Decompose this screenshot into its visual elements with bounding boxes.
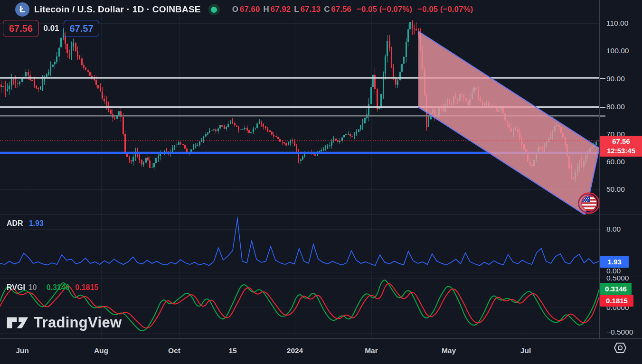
axis-tick-label: 60.00 [606, 157, 625, 167]
time-tick-label: Oct [168, 346, 180, 355]
ohlc-value: 67.60 [240, 5, 260, 14]
spread-value: 0.01 [39, 24, 64, 33]
tradingview-chart-app: Ł Litecoin / U.S. Dollar · 1D · COINBASE… [0, 0, 642, 364]
axis-tick-label: 110.00 [606, 19, 628, 28]
ohlc-readout: O67.60H67.92L67.13C67.56−0.05 (−0.07%)−0… [232, 5, 473, 14]
ohlc-letter: H [263, 5, 269, 14]
axis-tick-label: 90.00 [606, 74, 625, 84]
adr-axis-label: 1.93 [600, 256, 629, 268]
rvgi-signal-axis-label: 0.1815 [600, 295, 633, 307]
litecoin-glyph: Ł [19, 4, 25, 15]
rvgi-indicator-param: 10 [28, 283, 37, 292]
rvgi-indicator-header[interactable]: RVGI 10 0.3146 0.1815 [7, 283, 99, 292]
market-status-icon[interactable] [208, 4, 220, 15]
rvgi-signal-value: 0.1815 [76, 283, 99, 292]
tradingview-watermark[interactable]: TradingView [7, 314, 122, 331]
tradingview-watermark-text: TradingView [34, 314, 122, 331]
axis-tick-label: 0.5000 [606, 273, 629, 283]
pane-separator [600, 215, 642, 215]
axis-tick-label: 100.00 [606, 46, 629, 56]
price-axis[interactable]: 110.00100.0090.0080.0070.0060.0050.008.0… [599, 0, 642, 338]
axis-tick-label: 8.00 [606, 224, 621, 234]
adr-indicator-header[interactable]: ADR 1.93 [7, 219, 44, 228]
last-price-label: 67.56 12:53:45 [600, 136, 642, 157]
sell-price-button[interactable]: 67.56 [3, 20, 39, 37]
time-tick-label: 2024 [287, 346, 303, 355]
time-tick-label: Jun [16, 346, 29, 355]
time-axis[interactable]: JunAugOct152024MarMayJul [0, 338, 642, 364]
axis-tick-label: 50.00 [606, 185, 625, 194]
symbol-header: Ł Litecoin / U.S. Dollar · 1D · COINBASE… [15, 1, 473, 18]
rvgi-main-axis-label: 0.3146 [600, 283, 632, 295]
ohlc-value: 67.92 [271, 5, 291, 14]
level-tick-mark [600, 107, 605, 108]
level-tick-mark [600, 115, 605, 117]
rvgi-indicator-name: RVGI [7, 283, 25, 292]
tradingview-logo-icon [7, 314, 28, 331]
ohlc-value: 67.13 [301, 5, 321, 14]
time-tick-label: 15 [228, 346, 236, 355]
buy-price-button[interactable]: 67.57 [64, 20, 99, 37]
symbol-title[interactable]: Litecoin / U.S. Dollar · 1D · COINBASE [34, 4, 201, 15]
us-flag-sticker[interactable] [577, 192, 600, 215]
change-extended: −0.05 (−0.07%) [417, 5, 473, 14]
axis-tick-label: 80.00 [606, 102, 625, 112]
time-tick-label: May [442, 346, 456, 355]
chart-settings-icon[interactable] [614, 342, 627, 354]
ohlc-letter: O [232, 5, 238, 14]
ohlc-value: 67.56 [331, 5, 352, 14]
pane-separator [600, 277, 642, 277]
axis-tick-label: −0.5000 [606, 327, 633, 337]
level-tick-mark [600, 78, 605, 79]
ohlc-letter: L [294, 5, 299, 14]
ohlc-letter: C [324, 5, 330, 14]
rvgi-main-value: 0.3146 [47, 283, 70, 292]
time-tick-label: Jul [520, 346, 531, 355]
bar-countdown: 12:53:45 [607, 146, 635, 156]
adr-indicator-value: 1.93 [29, 219, 44, 228]
time-tick-label: Mar [365, 346, 378, 355]
bid-ask-row: 67.56 0.01 67.57 [3, 20, 99, 37]
litecoin-logo-icon[interactable]: Ł [15, 2, 29, 17]
time-tick-label: Aug [94, 346, 108, 355]
last-price-value: 67.56 [612, 137, 630, 146]
change: −0.05 (−0.07%) [357, 5, 412, 14]
adr-indicator-name: ADR [7, 219, 23, 228]
